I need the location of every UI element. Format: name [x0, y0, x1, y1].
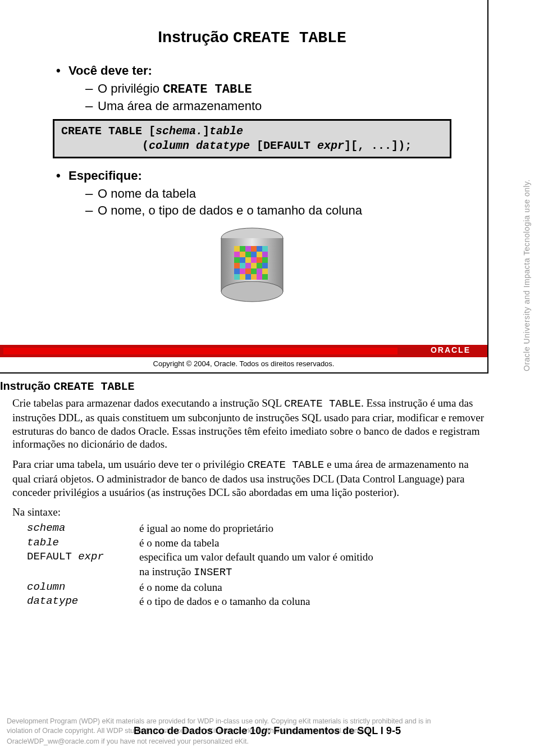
- svg-rect-13: [245, 252, 251, 257]
- section-heading: Instrução CREATE TABLE: [0, 380, 488, 393]
- syn-v-0: é igual ao nome do proprietário: [139, 521, 488, 536]
- svg-rect-6: [240, 246, 245, 252]
- svg-rect-15: [257, 252, 262, 257]
- svg-point-2: [221, 281, 283, 302]
- syntax-row: datatypeé o tipo de dados e o tamanho da…: [27, 594, 488, 609]
- para-3: Na sintaxe:: [12, 505, 488, 519]
- ft-b: : Fundamentos de SQL I 9-5: [267, 725, 401, 736]
- p1a: Crie tabelas para armazenar dados execut…: [12, 397, 284, 409]
- bullet-1a: O privilégio CREATE TABLE: [85, 81, 459, 97]
- ft-g: g: [261, 725, 267, 736]
- svg-rect-39: [257, 274, 262, 280]
- svg-rect-37: [245, 274, 251, 280]
- svg-rect-19: [245, 257, 251, 263]
- c1d: table: [209, 125, 243, 138]
- bullet-2a: O nome da tabela: [85, 186, 459, 201]
- svg-rect-21: [257, 257, 262, 263]
- c2d: expr: [317, 139, 344, 152]
- svg-rect-30: [240, 268, 245, 274]
- svg-rect-28: [262, 263, 268, 268]
- svg-rect-26: [251, 263, 257, 268]
- svg-rect-9: [257, 246, 262, 252]
- bullet-list: Você deve ter: O privilégio CREATE TABLE…: [45, 63, 459, 113]
- b1a-mono: CREATE TABLE: [163, 83, 252, 97]
- syn-k-2: DEFAULT expr: [27, 550, 139, 580]
- bullet-1: Você deve ter: O privilégio CREATE TABLE…: [56, 63, 459, 113]
- svg-rect-29: [234, 268, 240, 274]
- p2a: Para criar uma tabela, um usuário deve t…: [12, 458, 247, 470]
- b1b-text: Uma área de armazenamento: [98, 99, 262, 113]
- c2e: ][, ...]);: [344, 139, 412, 152]
- syn-v-4: é o tipo de dados e o tamanho da coluna: [139, 594, 488, 609]
- sh-mono: CREATE TABLE: [54, 380, 135, 393]
- bullet-2-text: Especifique:: [68, 168, 142, 183]
- svg-rect-8: [251, 246, 257, 252]
- svg-rect-40: [262, 274, 268, 280]
- database-cylinder-icon: [216, 227, 289, 306]
- p1m1: CREATE TABLE: [284, 398, 361, 410]
- svg-rect-34: [262, 268, 268, 274]
- slide-content: Instrução CREATE TABLE Você deve ter: O …: [0, 0, 487, 306]
- svg-rect-33: [257, 268, 262, 274]
- side-watermark: Oracle University and Impacta Tecnologia…: [522, 101, 533, 449]
- svg-rect-16: [262, 252, 268, 257]
- slide-frame: Instrução CREATE TABLE Você deve ter: O …: [0, 0, 488, 374]
- footer: Development Program (WDP) eKit materials…: [0, 717, 528, 746]
- svg-rect-35: [234, 274, 240, 280]
- ft-a: Banco de Dados Oracle 10: [134, 725, 261, 736]
- svg-rect-5: [234, 246, 240, 252]
- syntax-row: columné o nome da coluna: [27, 580, 488, 595]
- svg-rect-11: [234, 252, 240, 257]
- svg-rect-7: [245, 246, 251, 252]
- svg-rect-38: [251, 274, 257, 280]
- red-stripe: ORACLE: [0, 345, 487, 357]
- bullet-2: Especifique: O nome da tabela O nome, o …: [56, 168, 459, 218]
- slide-title-mono: CREATE TABLE: [233, 29, 346, 47]
- slide-title: Instrução CREATE TABLE: [45, 28, 459, 47]
- code-box: CREATE TABLE [schema.]table (column data…: [53, 119, 451, 158]
- b2b-text: O nome, o tipo de dados e o tamanho da c…: [98, 203, 362, 217]
- svg-rect-18: [240, 257, 245, 263]
- svg-rect-10: [262, 246, 268, 252]
- svg-rect-32: [251, 268, 257, 274]
- bullet-1b: Uma área de armazenamento: [85, 99, 459, 113]
- svg-rect-27: [257, 263, 262, 268]
- svg-rect-14: [251, 252, 257, 257]
- c2a: (: [61, 139, 149, 152]
- bullet-2b: O nome, o tipo de dados e o tamanho da c…: [85, 203, 459, 218]
- svg-rect-36: [240, 274, 245, 280]
- svg-rect-20: [251, 257, 257, 263]
- slide-title-text: Instrução: [158, 28, 233, 45]
- syntax-row: schemaé igual ao nome do proprietário: [27, 521, 488, 536]
- syn-k-0: schema: [27, 521, 139, 536]
- bullet-1-text: Você deve ter:: [68, 63, 152, 78]
- svg-rect-24: [240, 263, 245, 268]
- syn-k-4: datatype: [27, 594, 139, 609]
- syntax-row: DEFAULT exprespecifica um valor default …: [27, 550, 488, 580]
- b2a-text: O nome da tabela: [98, 186, 196, 201]
- para-1: Crie tabelas para armazenar dados execut…: [12, 397, 488, 451]
- syntax-table: schemaé igual ao nome do proprietário ta…: [27, 521, 488, 609]
- red-inner: [3, 348, 398, 354]
- syn-v-2: especifica um valor default quando um va…: [139, 550, 488, 580]
- svg-rect-12: [240, 252, 245, 257]
- svg-rect-23: [234, 263, 240, 268]
- c1a: CREATE TABLE [: [61, 125, 156, 138]
- syn-v-1: é o nome da tabela: [139, 536, 488, 550]
- p2m1: CREATE TABLE: [247, 459, 324, 471]
- svg-rect-31: [245, 268, 251, 274]
- syn-k-1: table: [27, 536, 139, 550]
- fine-print-3: OracleWDP_ww@oracle.com if you have not …: [7, 737, 528, 746]
- c1b: schema.: [156, 125, 203, 138]
- bullet-list-2: Especifique: O nome da tabela O nome, o …: [45, 168, 459, 218]
- syntax-row: tableé o nome da tabela: [27, 536, 488, 550]
- sh-pre: Instrução: [0, 380, 54, 392]
- syn-k-3: column: [27, 580, 139, 595]
- oracle-logo: ORACLE: [431, 345, 471, 354]
- c2b: column datatype: [149, 139, 257, 152]
- b1a-pre: O privilégio: [98, 81, 163, 95]
- c1c: ]: [203, 125, 209, 138]
- page: Instrução CREATE TABLE Você deve ter: O …: [0, 0, 539, 756]
- copyright-bar: ORACLE Copyright © 2004, Oracle. Todos o…: [0, 345, 487, 372]
- c2c: [DEFAULT: [257, 139, 317, 152]
